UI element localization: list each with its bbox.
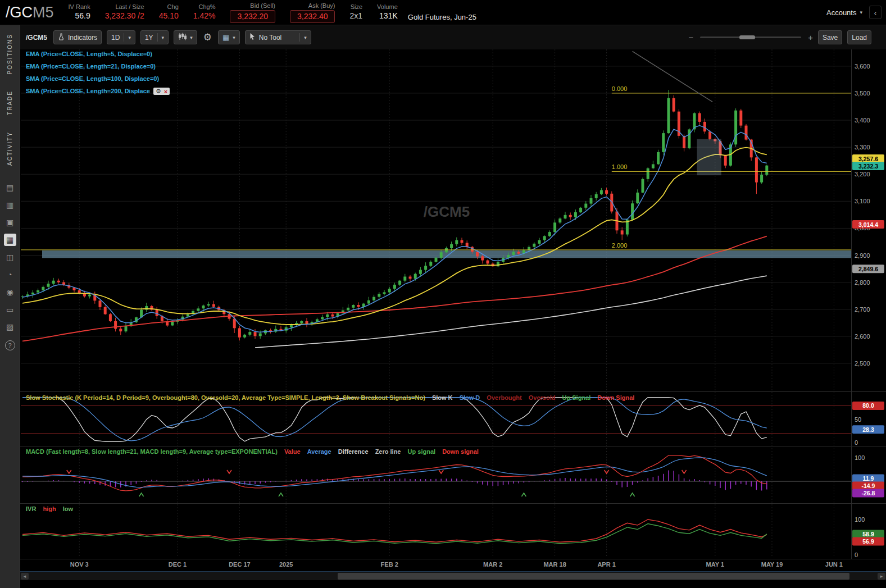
macd-up-signal-arrow [279, 493, 283, 496]
accounts-menu[interactable]: Accounts ▾ [826, 8, 862, 17]
watchlist-icon[interactable]: ▥ [4, 199, 16, 211]
grid-layout-dropdown[interactable]: ▦ ▾ [218, 30, 240, 44]
study-label-ema21[interactable]: EMA (Price=CLOSE, Length=21, Displace=0) [26, 63, 156, 70]
news-icon[interactable]: ▤ [4, 181, 16, 194]
study-label-sma200[interactable]: SMA (Price=CLOSE, Length=200, Displace⚙× [26, 88, 170, 95]
trading-platform: /GCM5 IV Rank 56.9 Last / Size 3,232.30 … [0, 0, 886, 588]
stoch-legend-up-signal: Up Signal [562, 394, 591, 401]
svg-text:2,849.6: 2,849.6 [858, 266, 878, 272]
zoom-slider[interactable] [700, 37, 801, 38]
save-button[interactable]: Save [818, 30, 842, 44]
ivr-legend-low: low [63, 505, 73, 512]
price-tick: 3,300 [855, 144, 870, 151]
stoch-legend-slow-d: Slow D [460, 394, 480, 401]
chart-canvas[interactable]: NOV 3DEC 1DEC 172025FEB 2MAR 2MAR 18APR … [20, 49, 886, 570]
field-value: 3,232.30 /2 [105, 11, 144, 21]
video-icon[interactable]: ▭ [4, 303, 16, 316]
svg-text:-14.9: -14.9 [862, 482, 875, 489]
ivr-legend-high: high [43, 505, 56, 512]
accounts-label: Accounts [826, 8, 856, 17]
ivr-study-label[interactable]: IVR high low [26, 505, 73, 512]
field-label: Volume [377, 3, 398, 11]
community-icon[interactable]: ◉ [4, 286, 16, 298]
time-axis-label: MAY 19 [761, 561, 783, 568]
cursor-pointer-icon [249, 33, 256, 42]
chart-toolbar: /GCM5 Indicators 1D ▾ 1Y ▾ ▾ ⚙ ▦ ▾ No To… [20, 25, 886, 49]
load-button[interactable]: Load [847, 30, 871, 44]
price-tick: 3,500 [855, 90, 870, 97]
sidebar-icon-rail: ▤ ▥ ▣ ▦ ◫ ◔ ◉ ▭ ▨ ? [4, 181, 16, 350]
field-label: Ask (Buy) [308, 2, 335, 10]
scroll-left-button[interactable]: ◂ [21, 573, 29, 580]
bid-button[interactable]: Bid (Sell) 3,232.20 [230, 2, 275, 23]
left-sidebar: POSITIONS TRADE ACTIVITY ▤ ▥ ▣ ▦ ◫ ◔ ◉ ▭… [0, 25, 20, 588]
chart-watermark: /GCM5 [424, 203, 470, 220]
macd-legend-difference: Difference [338, 448, 369, 455]
svg-text:3,014.4: 3,014.4 [858, 221, 878, 228]
price-tick: 2,700 [855, 306, 870, 313]
svg-text:3,257.6: 3,257.6 [858, 156, 878, 162]
ivr-high-line [22, 519, 767, 542]
field-value: 45.10 [159, 11, 179, 21]
chart-settings-gear-icon[interactable]: ⚙ [202, 31, 213, 43]
zoom-in-button[interactable]: + [808, 33, 813, 42]
ask-value[interactable]: 3,232.40 [290, 10, 335, 23]
ivr-tick: 100 [855, 516, 865, 523]
selection-box[interactable] [697, 139, 721, 175]
price-tick: 2,600 [855, 333, 870, 340]
chevron-down-icon: ▾ [233, 35, 235, 40]
stoch-tick: 50 [855, 416, 861, 423]
chart-icon[interactable]: ▦ [4, 234, 16, 246]
ask-button[interactable]: Ask (Buy) 3,232.40 [290, 2, 335, 23]
range-dropdown[interactable]: 1Y ▾ [140, 30, 169, 44]
time-axis-label: APR 1 [597, 561, 615, 568]
macd-down-signal-arrow [227, 470, 231, 473]
zoom-out-button[interactable]: − [688, 33, 693, 42]
svg-text:58.9: 58.9 [862, 531, 874, 537]
price-tick: 2,500 [855, 360, 870, 367]
sidebar-tab-activity[interactable]: ACTIVITY [0, 123, 20, 174]
stoch-study-label[interactable]: Slow Stochastic (K Period=14, D Period=9… [26, 394, 634, 401]
grid-layout-icon: ▦ [222, 33, 229, 42]
indicators-button[interactable]: Indicators [53, 30, 102, 44]
time-scrollbar[interactable]: ◂ ▸ [20, 571, 886, 580]
stoch-tick: 0 [855, 439, 858, 446]
time-axis-label: MAY 1 [706, 561, 724, 568]
field-size: Size 2x1 [349, 3, 362, 21]
price-tick: 2,800 [855, 279, 870, 286]
svg-text:80.0: 80.0 [862, 402, 874, 409]
scroll-right-button[interactable]: ▸ [878, 573, 885, 580]
time-axis-label: FEB 2 [381, 561, 398, 568]
slow-k-line [22, 398, 767, 442]
help-icon[interactable]: ? [5, 340, 15, 350]
fib-label: 1.000 [612, 163, 628, 170]
sidebar-tab-trade[interactable]: TRADE [0, 82, 20, 123]
collapse-panel-button[interactable]: ‹ [869, 6, 882, 19]
study-remove-icon[interactable]: × [164, 88, 167, 95]
field-label: Chg% [199, 3, 216, 11]
drawing-tool-dropdown[interactable]: No Tool ▾ [245, 30, 311, 44]
field-value: 131K [379, 11, 398, 21]
zoom-slider-handle[interactable] [739, 35, 755, 39]
sidebar-tab-positions[interactable]: POSITIONS [0, 25, 20, 82]
macd-legend-up-signal: Up signal [408, 448, 436, 455]
macd-up-signal-arrow [630, 493, 635, 496]
clock-icon[interactable]: ◔ [4, 268, 16, 281]
chart-type-dropdown[interactable]: ▾ [174, 30, 197, 44]
scrollbar-thumb[interactable] [338, 573, 849, 580]
trendline[interactable] [633, 51, 713, 102]
study-label-sma100[interactable]: SMA (Price=CLOSE, Length=100, Displace=0… [26, 75, 159, 82]
widgets-icon[interactable]: ▨ [4, 321, 16, 333]
sma200-line [255, 276, 767, 348]
field-label: Chg [167, 3, 179, 11]
aggregation-dropdown[interactable]: 1D ▾ [107, 30, 135, 44]
zoom-control: − + [688, 33, 813, 42]
bid-value[interactable]: 3,232.20 [230, 10, 275, 23]
fib-label: 0.000 [612, 85, 628, 92]
field-last-size: Last / Size 3,232.30 /2 [105, 3, 144, 21]
study-settings-icon[interactable]: ⚙ [156, 88, 161, 95]
scanner-icon[interactable]: ◫ [4, 251, 16, 263]
calendar-icon[interactable]: ▣ [4, 216, 16, 229]
macd-study-label[interactable]: MACD (Fast length=8, Slow length=21, MAC… [26, 448, 479, 455]
study-label-ema5[interactable]: EMA (Price=CLOSE, Length=5, Displace=0) [26, 51, 152, 57]
